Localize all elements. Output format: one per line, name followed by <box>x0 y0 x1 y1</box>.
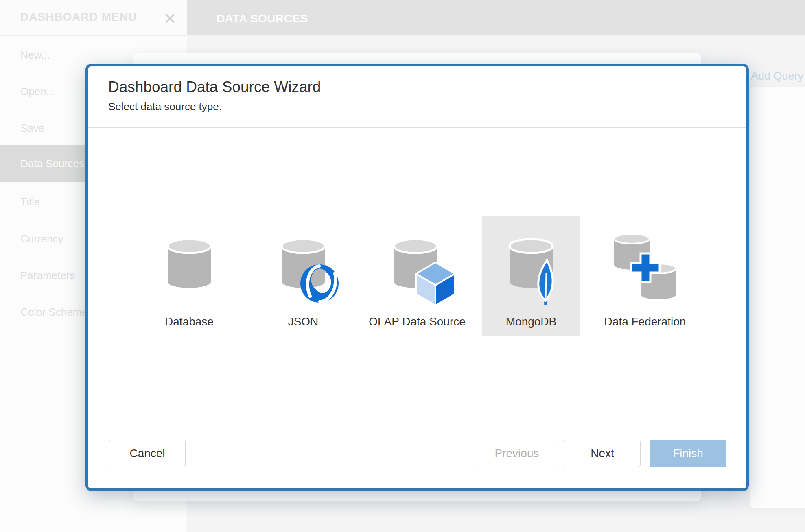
option-label: MongoDB <box>482 315 580 328</box>
sidebar-header: DASHBOARD MENU ✕ <box>0 0 187 36</box>
next-button[interactable]: Next <box>564 440 641 467</box>
sidebar-title: DASHBOARD MENU <box>20 0 137 36</box>
option-data-federation[interactable]: Data Federation <box>596 216 694 336</box>
option-label: JSON <box>254 315 352 328</box>
option-olap[interactable]: OLAP Data Source <box>368 216 466 336</box>
page-title: DATA SOURCES <box>217 0 308 35</box>
cancel-button[interactable]: Cancel <box>109 440 186 467</box>
option-mongodb[interactable]: MongoDB <box>482 216 580 336</box>
option-json[interactable]: JSON <box>254 216 352 336</box>
option-label: Data Federation <box>596 315 694 328</box>
option-label: Database <box>140 315 238 328</box>
option-database[interactable]: Database <box>140 216 238 336</box>
data-source-type-list: Database JSON <box>140 216 694 336</box>
dialog-subtitle: Select data source type. <box>108 100 222 113</box>
dashboard-designer: DATA SOURCES DASHBOARD MENU ✕ New... Ope… <box>0 0 805 532</box>
add-query-link[interactable]: Add Query <box>751 70 803 83</box>
finish-button[interactable]: Finish <box>650 440 726 467</box>
header-divider <box>88 127 746 128</box>
top-bar: DATA SOURCES <box>187 0 805 35</box>
data-source-wizard-dialog: Dashboard Data Source Wizard Select data… <box>85 64 749 491</box>
previous-button[interactable]: Previous <box>479 440 555 467</box>
close-icon[interactable]: ✕ <box>161 10 179 28</box>
option-label: OLAP Data Source <box>368 315 466 328</box>
query-side-panel <box>750 87 805 508</box>
dialog-title: Dashboard Data Source Wizard <box>108 78 321 96</box>
